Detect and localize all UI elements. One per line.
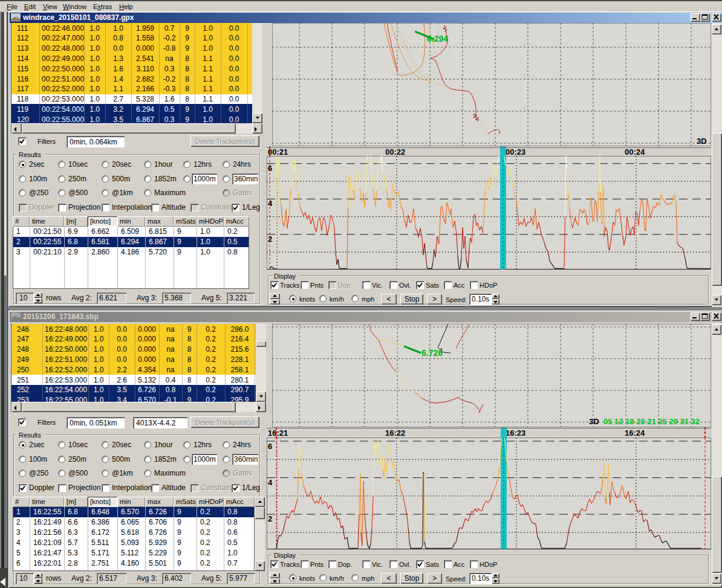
svg-text:05 12 18 20 21 25 29 31 32: 05 12 18 20 21 25 29 31 32 [603,417,700,426]
svg-text:6.294: 6.294 [427,34,448,44]
svg-text:6.726: 6.726 [421,348,443,358]
